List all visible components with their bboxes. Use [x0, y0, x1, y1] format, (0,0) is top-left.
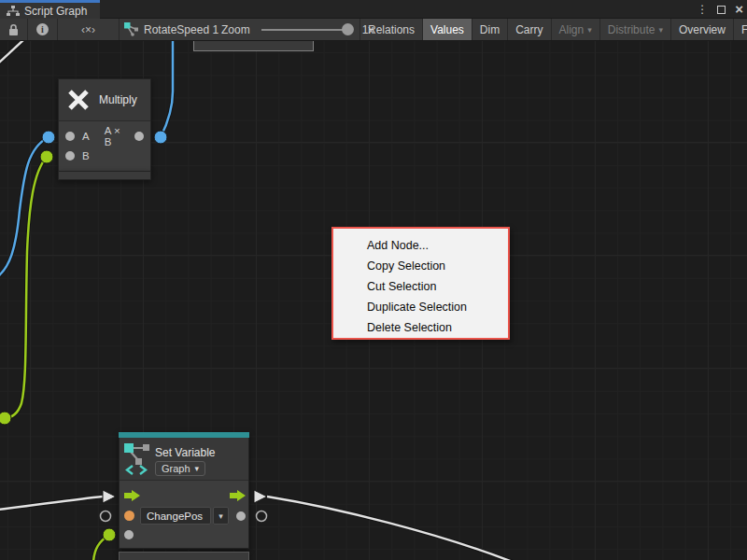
toolbar-button-distribute[interactable]: Distribute ▾ [599, 19, 670, 40]
caret-down-icon: ▾ [195, 464, 200, 473]
context-menu-item-add-node[interactable]: Add Node... [333, 235, 508, 256]
context-menu-item-delete-selection[interactable]: Delete Selection [333, 317, 508, 338]
toolbar-button-align[interactable]: Align ▾ [551, 19, 599, 40]
node-multiply-footer [58, 171, 151, 180]
wire-end-dot [154, 131, 167, 144]
caret-down-icon: ▾ [587, 25, 592, 35]
wire-white-from-setvar-flow-out [267, 497, 517, 560]
flow-output-arrow-icon[interactable] [230, 490, 246, 501]
node-header: Multiply [59, 79, 150, 121]
input-port-b[interactable] [65, 151, 75, 161]
graph-ref-icon [124, 22, 138, 36]
info-icon: i [36, 23, 49, 35]
button-label: Relations [368, 23, 415, 36]
toolbar-buttons: Relations Values Dim Carry Align ▾ Distr… [359, 19, 747, 40]
node-body: A A × B B [59, 121, 150, 171]
wire-end-dot [42, 131, 55, 144]
button-label: Overview [679, 23, 726, 36]
lock-button[interactable] [0, 19, 28, 40]
input-port-a[interactable] [65, 132, 75, 141]
zoom-slider-track[interactable] [261, 29, 347, 31]
partial-node[interactable] [193, 41, 314, 51]
variable-dropdown[interactable]: ChangePos [140, 507, 211, 525]
node-header: Set Variable Graph ▾ [120, 438, 248, 481]
caret-down-icon: ▾ [658, 25, 663, 35]
node-multiply[interactable]: Multiply A A × B B [58, 78, 151, 172]
button-label: Dim [480, 23, 500, 36]
button-label: Distribute [608, 23, 655, 36]
node-title: Multiply [99, 93, 137, 106]
port-label-out: A × B [105, 125, 127, 147]
zoom-control: Zoom 1x [221, 19, 374, 40]
button-label: Values [430, 23, 464, 36]
node-title: Set Variable [155, 446, 215, 459]
unconnected-port-ring [101, 511, 111, 522]
button-label: Carry [515, 23, 543, 36]
toolbar-button-overview[interactable]: Overview [670, 19, 733, 40]
variable-dropdown-caret[interactable]: ▾ [213, 507, 229, 525]
node-set-variable[interactable]: Set Variable Graph ▾ ChangePos [119, 432, 249, 549]
toolbar-button-values[interactable]: Values [422, 19, 472, 40]
tab-bar: Script Graph ⋮ × [0, 0, 747, 19]
graph-breadcrumb[interactable]: RotateSpeed 1 [124, 19, 218, 40]
context-menu-item-cut-selection[interactable]: Cut Selection [333, 276, 508, 297]
scope-value: Graph [162, 463, 190, 474]
port-label-a: A [82, 131, 90, 142]
toolbar-button-relations[interactable]: Relations [359, 19, 422, 40]
node-body: ChangePos ▾ [120, 481, 248, 548]
set-variable-icon [123, 441, 151, 476]
button-label: Full Screen [741, 23, 747, 36]
toolbar-button-carry[interactable]: Carry [507, 19, 550, 40]
wire-end-dot [103, 528, 116, 541]
flow-wire-arrowhead [103, 490, 116, 503]
scope-dropdown[interactable]: Graph ▾ [155, 461, 205, 476]
toolbar-button-dim[interactable]: Dim [472, 19, 507, 40]
value-output-port[interactable] [236, 511, 246, 521]
maximize-icon[interactable] [717, 6, 726, 14]
button-label: Align [559, 23, 585, 36]
zoom-label: Zoom [221, 23, 250, 36]
tab-script-graph[interactable]: Script Graph [0, 0, 100, 19]
context-menu-item-copy-selection[interactable]: Copy Selection [333, 256, 508, 276]
multiply-x-icon [66, 88, 91, 112]
wire-end-dot [40, 150, 53, 163]
node-title-column: Set Variable Graph ▾ [155, 441, 215, 477]
port-row: A A × B [59, 126, 150, 146]
zoom-slider-handle[interactable] [342, 23, 354, 35]
output-port[interactable] [134, 132, 144, 141]
variable-input-port[interactable] [124, 511, 134, 521]
unconnected-port-ring [257, 511, 267, 522]
close-icon[interactable]: × [735, 5, 743, 14]
value-input-port[interactable] [124, 530, 134, 539]
flow-wire-arrowhead [254, 490, 267, 503]
wire-end-dot [0, 412, 11, 425]
port-row: B [59, 146, 150, 165]
variable-value: ChangePos [147, 511, 203, 522]
graph-toolbar: i ‹×› RotateSpeed 1 Zoom 1x Relations [0, 19, 747, 41]
context-menu: Add Node... Copy Selection Cut Selection… [331, 227, 510, 340]
code-toggle-button[interactable]: ‹×› [58, 19, 120, 40]
graph-name: RotateSpeed 1 [144, 23, 218, 36]
code-toggle-label: ‹×› [81, 23, 95, 36]
graph-hierarchy-icon [7, 6, 20, 17]
graph-canvas[interactable]: Multiply A A × B B [0, 41, 747, 560]
flow-input-arrow-icon[interactable] [124, 490, 140, 501]
window-menu-icon[interactable]: ⋮ [697, 3, 708, 16]
tab-label: Script Graph [24, 5, 87, 18]
port-label-b: B [82, 150, 90, 161]
wire-white-to-setvar-flow-in [0, 497, 103, 510]
info-button[interactable]: i [28, 19, 58, 40]
node-set-variable-footer [119, 552, 249, 560]
caret-down-icon: ▾ [218, 511, 223, 521]
context-menu-item-duplicate-selection[interactable]: Duplicate Selection [333, 297, 508, 317]
window-controls: ⋮ × [697, 0, 743, 19]
lock-icon [7, 23, 20, 36]
toolbar-button-full-screen[interactable]: Full Screen [733, 19, 747, 40]
visual-scripting-window: Script Graph ⋮ × i ‹×› [0, 0, 747, 560]
